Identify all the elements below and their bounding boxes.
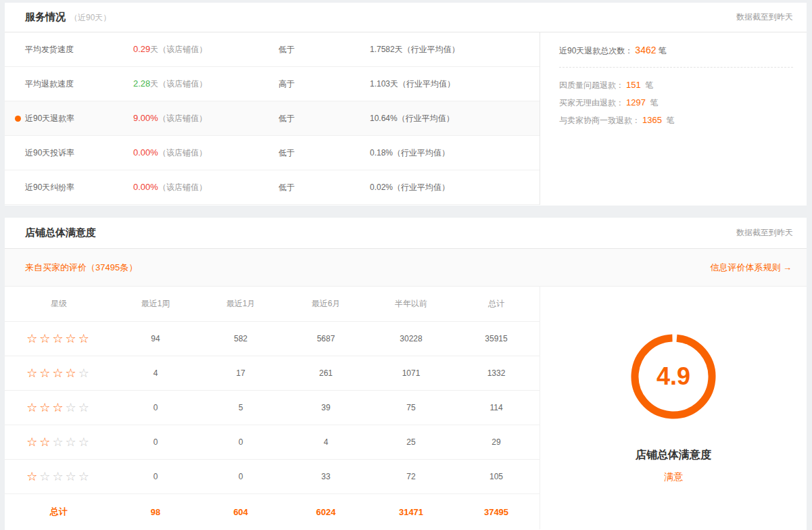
rating-total-row: 总计9860460243147137495 xyxy=(5,494,540,529)
rating-count-cell: 261 xyxy=(283,368,368,378)
comparison-text: 高于 xyxy=(279,78,370,90)
shop-value: 0.00%（该店铺值） xyxy=(133,147,279,159)
shop-value-number: 0.00% xyxy=(133,182,158,192)
refund-item-unit: 笔 xyxy=(648,98,658,107)
rating-count-cell: 4 xyxy=(113,368,198,378)
rating-row: ☆☆☆☆☆9458256873022835915 xyxy=(5,322,540,356)
star-icon-inactive: ☆ xyxy=(78,401,91,414)
shop-value-suffix: （该店铺值） xyxy=(158,114,207,123)
rating-count-cell: 0 xyxy=(198,437,283,447)
shop-value: 0.00%（该店铺值） xyxy=(133,182,279,193)
rating-count-cell: 39 xyxy=(283,403,368,412)
ratings-table-rows: ☆☆☆☆☆9458256873022835915☆☆☆☆☆41726110711… xyxy=(5,322,540,529)
service-data-note: 数据截至到昨天 xyxy=(736,11,793,23)
service-row: 平均退款速度2.28天（该店铺值）高于1.103天（行业平均值） xyxy=(5,67,540,101)
column-header: 星级 xyxy=(5,298,113,310)
star-icon-active: ☆ xyxy=(26,435,39,449)
service-title: 服务情况（近90天） xyxy=(25,11,111,24)
rating-count-cell: 0 xyxy=(198,472,283,481)
ratings-table-header: 星级最近1周最近1月最近6月半年以前总计 xyxy=(5,287,540,322)
metric-label: 近90天退款率 xyxy=(5,113,133,124)
refund-total-label: 近90天退款总次数： xyxy=(559,46,633,55)
star-rating-2: ☆☆☆☆☆ xyxy=(26,435,91,449)
rating-count-cell: 30228 xyxy=(368,334,454,343)
metric-label: 平均退款速度 xyxy=(5,78,133,90)
satisfaction-data-note: 数据截至到昨天 xyxy=(736,227,793,239)
star-icon-active: ☆ xyxy=(39,401,52,414)
refund-item-label: 与卖家协商一致退款： xyxy=(559,116,640,125)
comparison-text: 低于 xyxy=(279,147,370,159)
refund-breakdown-list: 因质量问题退款：151 笔买家无理由退款：1297 笔与卖家协商一致退款：136… xyxy=(559,76,793,129)
satisfaction-title: 店铺总体满意度 xyxy=(25,226,96,239)
rating-row: ☆☆☆☆☆053975114 xyxy=(5,391,540,425)
column-header: 半年以前 xyxy=(368,298,454,310)
star-icon-active: ☆ xyxy=(26,470,39,483)
star-rating-cell: ☆☆☆☆☆ xyxy=(5,471,113,483)
rating-count-cell: 17 xyxy=(198,368,283,378)
total-count-cell: 604 xyxy=(198,507,283,517)
total-count-cell: 31471 xyxy=(368,507,454,517)
rating-count-cell: 4 xyxy=(283,437,368,447)
rating-count-cell: 1332 xyxy=(454,368,539,378)
star-icon-inactive: ☆ xyxy=(66,470,78,483)
rating-count-cell: 0 xyxy=(113,403,198,412)
service-body: 平均发货速度0.29天（该店铺值）低于1.7582天（行业平均值）平均退款速度2… xyxy=(5,32,807,205)
column-header: 最近1周 xyxy=(113,298,198,310)
active-row-dot xyxy=(15,116,21,122)
column-header: 最近1月 xyxy=(198,298,283,310)
rating-count-cell: 114 xyxy=(454,403,539,412)
rating-count-cell: 75 xyxy=(368,403,454,412)
star-icon-active: ☆ xyxy=(78,332,91,345)
shop-value-suffix: 天（该店铺值） xyxy=(150,79,207,89)
gauge-status-link[interactable]: 满意 xyxy=(664,471,683,483)
rating-count-cell: 5687 xyxy=(283,334,368,343)
industry-value: 0.02%（行业平均值） xyxy=(370,182,540,193)
metric-label: 近90天投诉率 xyxy=(5,147,133,159)
total-count-cell: 98 xyxy=(113,507,198,517)
refund-breakdown-item: 因质量问题退款：151 笔 xyxy=(559,76,793,94)
rating-count-cell: 25 xyxy=(368,437,454,447)
rating-count-cell: 0 xyxy=(113,437,198,447)
satisfaction-card-header: 店铺总体满意度 数据截至到昨天 xyxy=(5,218,807,249)
service-title-range: （近90天） xyxy=(70,13,111,22)
refund-item-label: 买家无理由退款： xyxy=(559,98,624,107)
shop-value-number: 0.29 xyxy=(133,44,150,54)
comparison-text: 低于 xyxy=(279,44,370,55)
shop-value: 2.28天（该店铺值） xyxy=(133,78,279,90)
refund-breakdown-item: 买家无理由退款：1297 笔 xyxy=(559,94,793,112)
reviews-strip: 来自买家的评价（37495条） 信息评价体系规则 → xyxy=(5,249,807,287)
service-card: 服务情况（近90天） 数据截至到昨天 平均发货速度0.29天（该店铺值）低于1.… xyxy=(5,3,807,206)
service-row: 平均发货速度0.29天（该店铺值）低于1.7582天（行业平均值） xyxy=(5,32,540,67)
rating-count-cell: 582 xyxy=(198,334,283,343)
service-card-header: 服务情况（近90天） 数据截至到昨天 xyxy=(5,3,807,32)
refund-item-unit: 笔 xyxy=(664,116,674,125)
comparison-text: 低于 xyxy=(279,182,370,193)
star-icon-inactive: ☆ xyxy=(78,435,91,449)
star-rating-4: ☆☆☆☆☆ xyxy=(26,366,91,380)
refund-total-line: 近90天退款总次数：3462笔 xyxy=(559,45,793,57)
shop-value-number: 2.28 xyxy=(133,78,150,89)
total-count-cell: 37495 xyxy=(454,507,539,517)
comparison-text: 低于 xyxy=(279,113,370,124)
star-icon-active: ☆ xyxy=(26,332,39,345)
rating-rules-link[interactable]: 信息评价体系规则 → xyxy=(710,262,792,274)
refund-item-value: 1365 xyxy=(642,115,662,125)
satisfaction-card: 店铺总体满意度 数据截至到昨天 来自买家的评价（37495条） 信息评价体系规则… xyxy=(5,218,807,530)
star-icon-inactive: ☆ xyxy=(78,470,91,483)
star-icon-inactive: ☆ xyxy=(66,401,78,414)
rating-count-cell: 35915 xyxy=(454,334,539,343)
refund-breakdown-item: 与卖家协商一致退款：1365 笔 xyxy=(559,112,793,129)
star-rating-cell: ☆☆☆☆☆ xyxy=(5,436,113,448)
dashed-divider xyxy=(559,67,793,68)
star-icon-active: ☆ xyxy=(39,435,52,449)
star-rating-cell: ☆☆☆☆☆ xyxy=(5,333,113,345)
rating-count-cell: 5 xyxy=(198,403,283,412)
gauge-label: 店铺总体满意度 xyxy=(636,448,711,462)
rating-count-cell: 0 xyxy=(113,472,198,481)
satisfaction-gauge-panel: 4.9 店铺总体满意度 满意 xyxy=(540,287,807,529)
star-icon-active: ☆ xyxy=(66,332,78,345)
shop-value-number: 0.00% xyxy=(133,147,158,158)
service-row: 近90天退款率9.00%（该店铺值）低于10.64%（行业平均值） xyxy=(5,101,540,136)
shop-value: 9.00%（该店铺值） xyxy=(133,113,279,124)
shop-value-number: 9.00% xyxy=(133,113,158,123)
